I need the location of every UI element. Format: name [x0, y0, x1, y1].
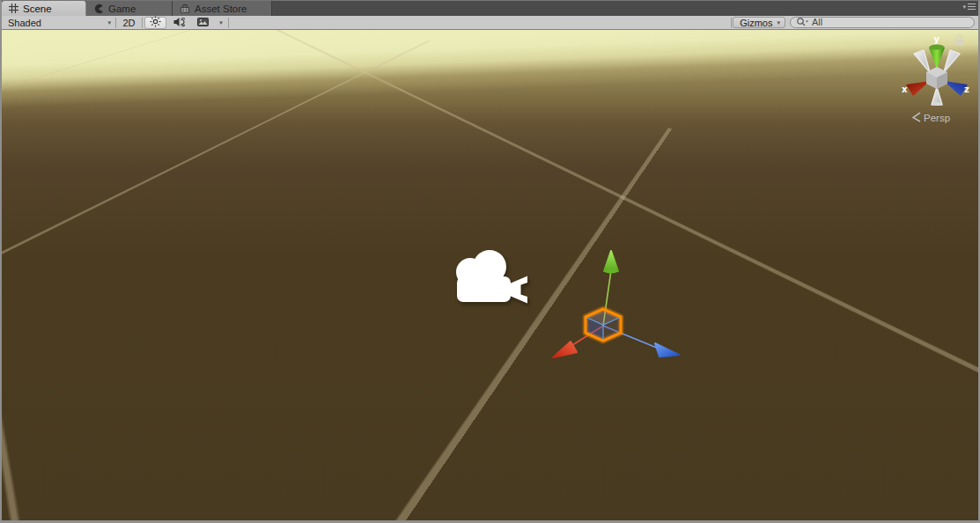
- axis-z-arrowhead[interactable]: [655, 343, 679, 357]
- sun-icon: [150, 16, 161, 29]
- search-icon: [796, 17, 810, 29]
- shading-mode-value: Shaded: [8, 18, 102, 28]
- projection-toggle[interactable]: Persp: [912, 111, 950, 125]
- search-value: All: [812, 18, 822, 27]
- scene-grid-icon: [9, 4, 18, 13]
- axis-x-label: x: [902, 85, 908, 94]
- tab-label: Game: [108, 4, 136, 14]
- toolbar-separator: [731, 18, 732, 28]
- scene-viewport[interactable]: y x z Persp: [2, 30, 978, 520]
- projection-label: Persp: [924, 113, 950, 123]
- game-icon: [93, 4, 104, 14]
- gizmos-label: Gizmos: [740, 18, 772, 28]
- chevron-down-icon: ▾: [107, 19, 111, 26]
- tab-game[interactable]: Game: [86, 1, 173, 16]
- audio-toggle-button[interactable]: [168, 17, 190, 29]
- speaker-icon: [173, 17, 185, 29]
- tab-label: Asset Store: [195, 4, 247, 14]
- selected-object-cube[interactable]: [586, 309, 621, 341]
- effects-dropdown-button[interactable]: ▾: [216, 17, 226, 29]
- free-axis-cone[interactable]: [914, 50, 930, 72]
- asset-store-icon: [180, 4, 190, 14]
- toolbar-separator: [228, 18, 229, 28]
- tab-options-icon[interactable]: ▾: [962, 2, 976, 11]
- axis-y-label: y: [934, 34, 940, 44]
- axis-y-cone[interactable]: [929, 48, 945, 70]
- tab-bar: Scene Game Asset Store ▾: [2, 1, 978, 16]
- tab-asset-store[interactable]: Asset Store: [173, 1, 272, 16]
- persp-chevron-icon: [912, 111, 921, 125]
- search-field[interactable]: All: [790, 17, 975, 28]
- toggle-2d-label: 2D: [122, 18, 135, 28]
- image-icon: [197, 18, 209, 28]
- gizmos-dropdown[interactable]: Gizmos ▾: [733, 17, 785, 28]
- toolbar-separator: [115, 18, 116, 28]
- axis-x-cone[interactable]: [906, 81, 930, 96]
- toggle-2d-button[interactable]: 2D: [118, 17, 140, 29]
- chevron-down-icon: ▾: [777, 19, 780, 26]
- unity-editor-window: Scene Game Asset Store ▾ Shaded ▾ 2D: [0, 0, 980, 523]
- axis-y-arrowhead[interactable]: [604, 251, 618, 271]
- tab-scene[interactable]: Scene: [2, 1, 86, 16]
- chevron-down-icon: ▾: [219, 19, 223, 26]
- scene-toolbar: Shaded ▾ 2D ▾ Gizmos: [2, 16, 978, 30]
- lock-icon[interactable]: [955, 35, 964, 46]
- axis-z-label: z: [964, 85, 969, 94]
- camera-gizmo-icon[interactable]: [446, 250, 539, 316]
- lighting-toggle-button[interactable]: [144, 17, 166, 29]
- toolbar-separator: [142, 18, 143, 28]
- free-axis-cone[interactable]: [944, 50, 960, 72]
- transform-gizmo[interactable]: [532, 246, 683, 365]
- shading-mode-dropdown[interactable]: Shaded ▾: [2, 16, 114, 29]
- effects-toggle-button[interactable]: [192, 17, 214, 29]
- tab-label: Scene: [23, 4, 52, 14]
